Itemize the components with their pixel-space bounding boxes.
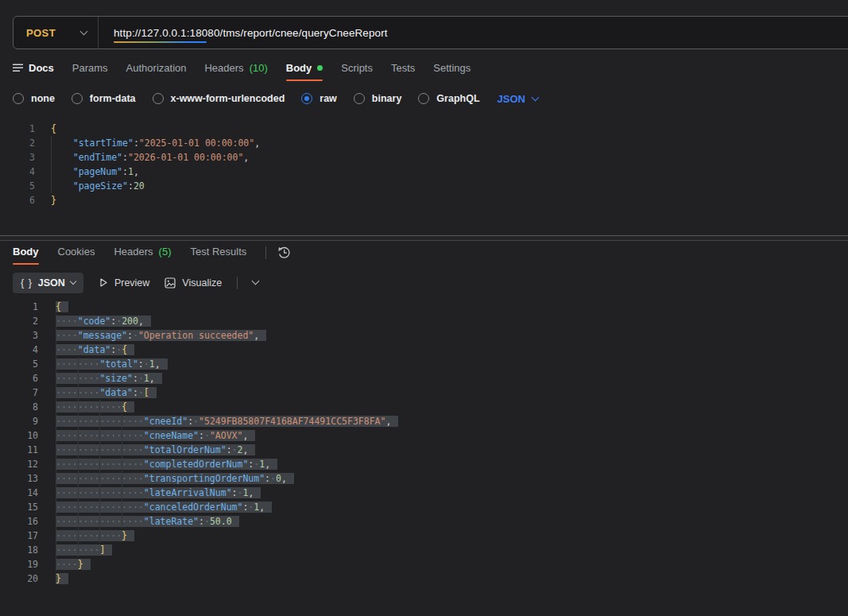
code-line-content: ····"message":·"Operation succeeded", (56, 328, 266, 343)
tab-settings[interactable]: Settings (433, 57, 470, 84)
tab-tests[interactable]: Tests (391, 57, 415, 84)
response-tabs-row: BodyCookiesHeaders(5)Test Results (13, 241, 292, 269)
code-text: ············{ (56, 401, 134, 413)
body-type-raw[interactable]: raw (301, 93, 337, 104)
code-text: { (56, 301, 68, 312)
tab-label: Headers (204, 62, 243, 74)
radio-icon (153, 93, 164, 104)
tab-authorization[interactable]: Authorization (126, 57, 187, 84)
response-tab-body[interactable]: Body (13, 241, 39, 268)
code-text: ················"canceledOrderNum":·1, (56, 502, 272, 513)
tab-label: Authorization (126, 62, 187, 74)
more-actions-chevron[interactable] (252, 277, 260, 285)
code-line-content: } (56, 571, 68, 586)
tab-headers[interactable]: Headers(10) (204, 57, 267, 84)
response-format-dropdown[interactable]: { } JSON (13, 273, 83, 293)
indent-guide (56, 314, 56, 571)
response-tab-cookies[interactable]: Cookies (58, 241, 95, 268)
braces-icon: { } (21, 277, 33, 289)
body-type-graphql[interactable]: GraphQL (418, 93, 479, 104)
code-line: 17············} (0, 529, 848, 543)
body-type-label: none (31, 93, 55, 104)
body-type-x-www-form-urlencoded[interactable]: x-www-form-urlencoded (153, 93, 285, 104)
tab-body[interactable]: Body (286, 57, 323, 84)
image-icon (165, 277, 176, 289)
code-line: 13················"transportingOrderNum"… (0, 471, 848, 486)
code-line: 3····"message":·"Operation succeeded", (0, 328, 848, 343)
code-line-content: ················"totalOrderNum":·2, (56, 443, 255, 457)
response-tabs-extra (265, 241, 292, 260)
response-tab-headers[interactable]: Headers(5) (114, 241, 171, 268)
line-number: 5 (0, 179, 35, 193)
line-number: 19 (0, 557, 38, 571)
raw-language-label: JSON (498, 93, 525, 105)
radio-icon (418, 93, 429, 104)
code-line: 6········"size":·1, (0, 371, 848, 385)
response-tab-test-results[interactable]: Test Results (191, 241, 247, 268)
tab-label: Body (286, 62, 312, 74)
code-line-content: { (51, 122, 56, 136)
code-line: 1{ (0, 122, 848, 136)
code-text: ················"totalOrderNum":·2, (56, 444, 255, 455)
response-body-editor[interactable]: 1{2····"code":·200,3····"message":·"Oper… (0, 297, 848, 616)
code-line: 5 "pageSize":20 (0, 179, 848, 193)
tab-docs[interactable]: Docs (13, 57, 54, 84)
code-text: ················"cneeName":·"AOVX", (56, 430, 255, 441)
history-button[interactable] (277, 245, 292, 260)
code-text: ········"data":·[ (56, 387, 157, 398)
line-number: 6 (0, 371, 38, 385)
tab-scripts[interactable]: Scripts (341, 57, 373, 84)
radio-icon (301, 93, 312, 104)
tabs-divider (265, 246, 266, 259)
response-tab-label: Test Results (191, 246, 247, 258)
preview-button[interactable]: Preview (99, 277, 149, 289)
code-line: 5········"total":·1, (0, 357, 848, 371)
code-line: 18········] (0, 543, 848, 557)
indent-guide (99, 400, 100, 543)
line-number: 3 (0, 328, 38, 343)
line-number: 9 (0, 414, 38, 428)
code-line: 14················"lateArrivalNum":·1, (0, 486, 848, 500)
code-text: ················"lateRate":·50.0 (56, 516, 239, 527)
tab-params[interactable]: Params (72, 57, 108, 84)
body-type-binary[interactable]: binary (354, 93, 402, 104)
visualize-button[interactable]: Visualize (165, 277, 222, 289)
chevron-down-icon (531, 93, 539, 101)
request-url-bar: POST http://127.0.0.1:18080/tms/report/c… (13, 16, 848, 49)
code-line: 7········"data":·[ (0, 385, 848, 400)
body-type-form-data[interactable]: form-data (72, 93, 136, 104)
code-text: "startTime":"2025-01-01 00:00:00", (51, 138, 260, 149)
code-line: 1{ (0, 300, 848, 314)
body-type-options: noneform-datax-www-form-urlencodedrawbin… (13, 87, 538, 110)
code-line-content: ········"size":·1, (56, 371, 162, 385)
line-number: 10 (0, 428, 38, 443)
section-divider[interactable] (0, 235, 848, 241)
code-line: 4 "pageNum":1, (0, 165, 848, 179)
line-number: 12 (0, 457, 38, 471)
raw-language-dropdown[interactable]: JSON (498, 93, 538, 105)
code-line-content: ········] (56, 543, 112, 557)
code-line: 2 "startTime":"2025-01-01 00:00:00", (0, 136, 848, 150)
code-line: 10················"cneeName":·"AOVX", (0, 428, 848, 443)
history-icon (277, 245, 292, 260)
request-body-editor[interactable]: 1{2 "startTime":"2025-01-01 00:00:00",3 … (0, 119, 848, 223)
body-type-label: x-www-form-urlencoded (171, 93, 285, 104)
radio-icon (13, 93, 24, 104)
code-text: ········"size":·1, (56, 373, 162, 384)
code-text: "endTime":"2026-01-01 00:00:00", (51, 152, 249, 163)
body-type-label: raw (319, 93, 337, 104)
response-format-label: JSON (38, 277, 65, 289)
url-input[interactable]: http://127.0.0.1:18080/tms/report/cnee/q… (114, 27, 388, 39)
line-number: 18 (0, 543, 38, 557)
body-type-label: GraphQL (436, 93, 479, 104)
code-text: ················"transportingOrderNum":·… (56, 473, 294, 484)
code-line: 3 "endTime":"2026-01-01 00:00:00", (0, 150, 848, 165)
body-type-none[interactable]: none (13, 93, 55, 104)
line-number: 2 (0, 314, 38, 328)
code-line-content: ················"canceledOrderNum":·1, (56, 500, 272, 514)
code-text: ····"code":·200, (56, 316, 151, 327)
code-text: ····"data":·{ (56, 344, 134, 355)
tab-label: Docs (29, 62, 54, 74)
code-line-content: ····} (56, 557, 91, 571)
method-selector[interactable]: POST (14, 27, 98, 39)
